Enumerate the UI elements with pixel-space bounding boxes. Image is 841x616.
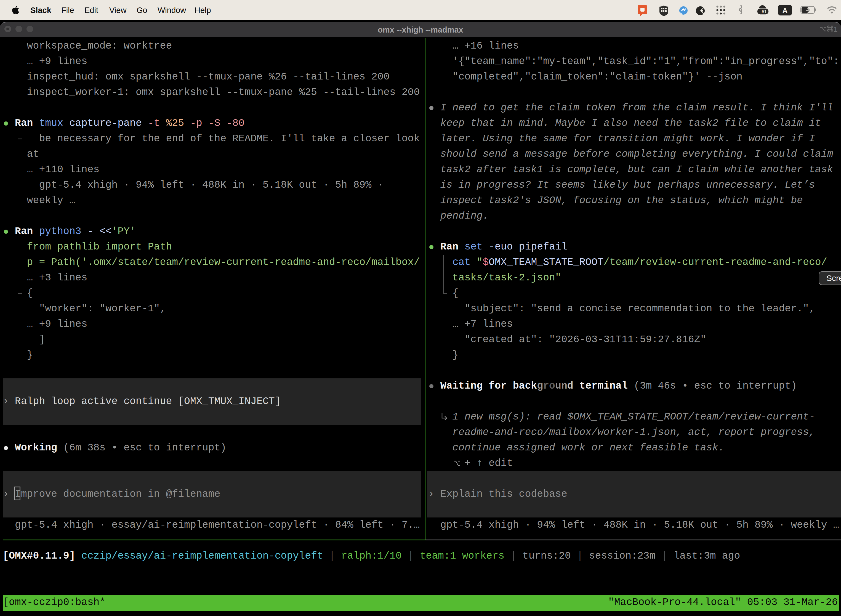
svg-text:A: A [782,6,788,15]
svg-text:..61: ..61 [759,9,767,14]
